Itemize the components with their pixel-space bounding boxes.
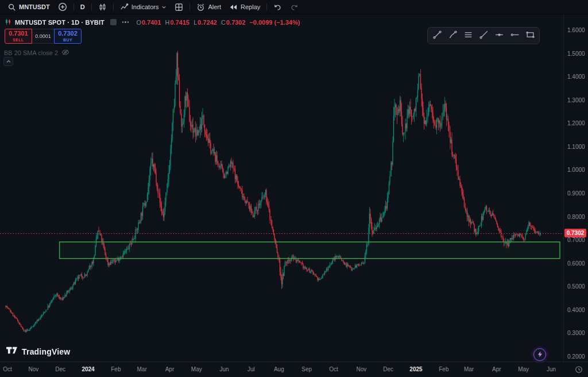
legend-more-button[interactable]: [122, 21, 129, 23]
replay-icon: [229, 3, 238, 11]
ray-tool-button[interactable]: [476, 29, 491, 42]
time-axis-label: Aug: [274, 366, 284, 372]
legend-collapse-button[interactable]: [3, 57, 13, 66]
price-axis-label: 0.4000: [567, 307, 585, 313]
chevron-down-icon: [161, 5, 167, 10]
time-axis-label: Dec: [383, 366, 393, 372]
time-axis-label: Oct: [329, 366, 338, 372]
time-axis-label: Feb: [111, 366, 121, 372]
parallel-lines-tool-button[interactable]: [461, 29, 475, 42]
time-axis-label: May: [191, 366, 202, 372]
high-value: 0.7415: [171, 19, 190, 26]
replay-label: Replay: [241, 3, 260, 10]
undo-button[interactable]: [269, 1, 286, 13]
tradingview-watermark[interactable]: TradingView: [6, 345, 70, 357]
alert-label: Alert: [208, 3, 221, 10]
symbol-search-button[interactable]: MNTUSDT: [3, 1, 54, 13]
horizontal-ray-tool-button[interactable]: [507, 29, 522, 42]
indicators-button[interactable]: Indicators: [116, 1, 171, 13]
price-axis-label: 1.1000: [567, 144, 585, 150]
price-axis-label: 0.6000: [567, 260, 585, 267]
redo-icon: [290, 3, 299, 11]
spread-value: 0.0001: [32, 29, 54, 44]
time-axis[interactable]: OctNovDec2024FebMarAprMayJunJulAugSepOct…: [0, 361, 588, 377]
time-axis-label: Apr: [165, 366, 175, 372]
trend-line-tool-button[interactable]: [430, 29, 444, 42]
ray-icon: [479, 30, 489, 41]
legend-visibility-icon[interactable]: [110, 19, 117, 25]
price-axis-label: 1.6000: [567, 27, 585, 33]
indicators-label: Indicators: [131, 3, 159, 10]
ohlc-values: O0.7401 H0.7415 L0.7242 C0.7302 −0.0099 …: [132, 19, 300, 26]
change-value: −0.0099 (−1.34%): [250, 19, 300, 26]
plus-circle-icon: [58, 2, 67, 11]
low-value: 0.7242: [198, 19, 217, 26]
time-axis-label: Dec: [55, 366, 65, 372]
legend-title[interactable]: MNTUSDT SPOT · 1D · BYBIT: [15, 19, 105, 26]
horizontal-ray-icon: [510, 30, 520, 41]
open-label: O: [136, 19, 141, 26]
time-axis-label: Apr: [492, 366, 501, 372]
toolbar-separator: [91, 3, 92, 11]
sell-button[interactable]: 0.7301 SELL: [5, 29, 32, 44]
clock-icon[interactable]: [575, 366, 583, 376]
buy-button[interactable]: 0.7302 BUY: [54, 29, 82, 44]
price-axis-label: 1.0000: [567, 167, 585, 173]
quick-actions-button[interactable]: [533, 348, 546, 361]
rectangle-tool-button[interactable]: [523, 29, 537, 42]
time-axis-label: Jul: [247, 366, 255, 372]
price-axis-label: 0.9000: [567, 190, 585, 197]
redo-button[interactable]: [286, 1, 303, 13]
brush-icon: [448, 30, 458, 41]
compare-add-button[interactable]: [54, 1, 71, 13]
symbol-label: MNTUSDT: [19, 3, 50, 10]
drawing-toolbar: [427, 27, 540, 44]
price-axis-label: 1.4000: [567, 74, 585, 80]
price-chart-canvas[interactable]: [0, 14, 564, 362]
price-axis-label: 1.2000: [567, 120, 585, 126]
rectangle-icon: [525, 30, 535, 41]
time-axis-label: Mar: [464, 366, 474, 372]
price-axis-label: 0.2000: [567, 353, 585, 360]
price-axis-label: 1.3000: [567, 97, 585, 103]
eye-off-icon[interactable]: [61, 48, 69, 57]
time-axis-label: Mar: [137, 366, 146, 372]
low-label: L: [194, 19, 197, 26]
brush-tool-button[interactable]: [445, 29, 460, 42]
time-axis-label: 2024: [82, 366, 94, 372]
time-axis-label: Nov: [356, 366, 366, 372]
horizontal-line-tool-button[interactable]: [492, 29, 506, 42]
time-axis-label: Jun: [220, 366, 229, 372]
interval-button[interactable]: D: [76, 1, 89, 13]
replay-button[interactable]: Replay: [225, 1, 264, 13]
tradingview-app: MNTUSDT D: [0, 0, 588, 377]
indicator-label: BB 20 SMA close 2: [4, 49, 58, 56]
toolbar-separator: [74, 3, 74, 11]
toolbar-separator: [266, 3, 267, 11]
close-label: C: [221, 19, 226, 26]
candles-icon: [98, 3, 107, 11]
price-axis-label: 0.5000: [567, 283, 585, 290]
chevron-up-icon: [6, 57, 11, 66]
buy-label: BUY: [63, 38, 72, 42]
sell-price: 0.7301: [9, 30, 28, 37]
layout-grid-icon: [175, 3, 183, 11]
alarm-clock-icon: [196, 3, 205, 11]
close-value: 0.7302: [226, 19, 246, 26]
price-axis-label: 0.8000: [567, 214, 585, 220]
toolbar-separator: [189, 3, 190, 11]
time-axis-label: Jun: [547, 366, 556, 372]
price-axis[interactable]: 0.7302 1.60001.50001.40001.30001.20001.1…: [563, 14, 588, 362]
alert-button[interactable]: Alert: [192, 1, 225, 13]
indicator-legend-row[interactable]: BB 20 SMA close 2: [4, 48, 69, 57]
layout-grid-button[interactable]: [171, 1, 187, 13]
toolbar-separator: [113, 3, 114, 11]
chart-type-button[interactable]: [94, 1, 111, 13]
buy-price: 0.7302: [58, 30, 78, 37]
parallel-lines-icon: [463, 30, 473, 41]
tradingview-logo: [6, 345, 18, 357]
time-axis-label: 2025: [409, 366, 422, 372]
sell-label: SELL: [13, 38, 24, 42]
undo-icon: [273, 3, 282, 11]
price-axis-label: 0.7000: [567, 237, 585, 243]
